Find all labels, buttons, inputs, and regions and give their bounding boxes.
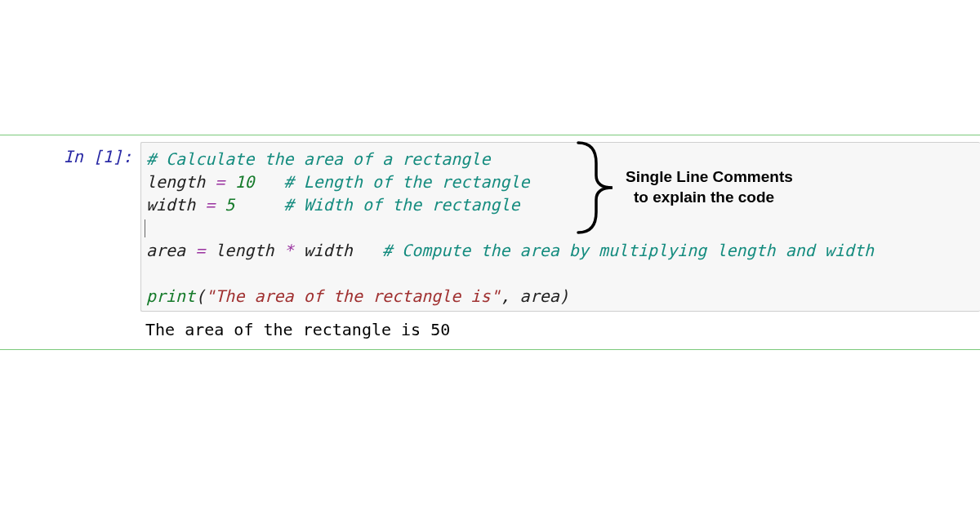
- code-token: width: [304, 241, 353, 260]
- code-token: =: [185, 241, 215, 260]
- code-token: length: [215, 241, 274, 260]
- code-token: =: [195, 195, 225, 215]
- code-token: width: [146, 195, 195, 215]
- code-token: 10: [234, 172, 254, 192]
- comment-line: # Width of the rectangle: [284, 195, 520, 215]
- code-token: ,: [501, 286, 520, 306]
- annotation-callout: Single Line Comments to explain the code: [572, 139, 793, 237]
- code-token: print: [146, 286, 195, 306]
- code-space: [353, 241, 382, 260]
- brace-icon: [572, 139, 621, 237]
- code-space: [234, 195, 283, 215]
- notebook-cell: In [1]: # Calculate the area of a rectan…: [0, 135, 980, 350]
- comment-line: # Length of the rectangle: [284, 172, 530, 192]
- code-token: =: [205, 172, 234, 192]
- code-input[interactable]: # Calculate the area of a rectangle leng…: [140, 142, 980, 312]
- code-token: *: [274, 241, 304, 260]
- content-column: # Calculate the area of a rectangle leng…: [140, 142, 980, 343]
- code-token: 5: [225, 195, 234, 215]
- cell-output: The area of the rectangle is 50: [140, 312, 980, 343]
- annotation-line-1: Single Line Comments: [626, 167, 793, 188]
- comment-line: # Calculate the area of a rectangle: [146, 149, 490, 169]
- annotation-text: Single Line Comments to explain the code: [626, 167, 793, 207]
- code-token: (: [195, 286, 205, 306]
- code-token: area: [146, 241, 185, 260]
- input-prompt: In [1]:: [64, 147, 132, 166]
- code-token: ): [559, 286, 569, 306]
- text-cursor: [145, 219, 145, 237]
- code-token: area: [520, 286, 559, 306]
- code-space: [254, 172, 283, 192]
- code-token: "The area of the rectangle is": [205, 286, 500, 306]
- comment-line: # Compute the area by multiplying length…: [382, 241, 874, 260]
- prompt-column: In [1]:: [0, 142, 140, 343]
- annotation-line-2: to explain the code: [626, 188, 793, 208]
- code-token: length: [146, 172, 205, 192]
